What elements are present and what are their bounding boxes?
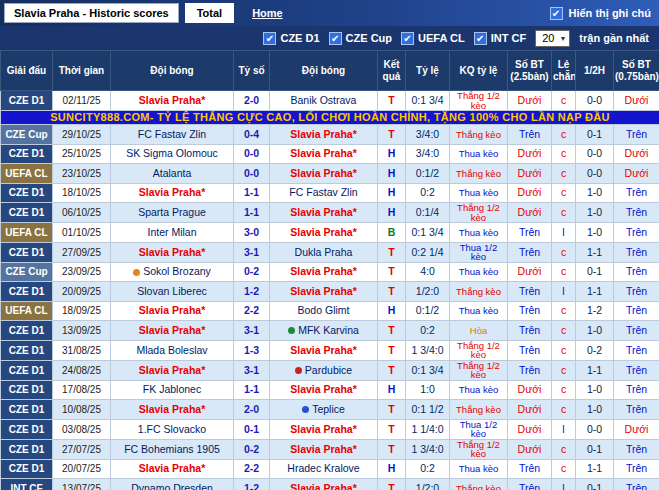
widget-title: Slavia Praha - Historic scores bbox=[4, 3, 179, 23]
home-team[interactable]: Slavia Praha* bbox=[111, 301, 234, 321]
recent-count-value: 20 bbox=[542, 32, 554, 44]
home-team[interactable]: Slavia Praha* bbox=[111, 183, 234, 203]
away-team[interactable]: Banik Ostrava bbox=[270, 91, 378, 111]
home-team[interactable]: FC Fastav Zlin bbox=[111, 125, 234, 145]
home-team[interactable]: Slovan Liberec bbox=[111, 282, 234, 302]
historic-scores-table: Giải đấu Thời gian Đội bóng Tỷ số Đội bó… bbox=[0, 50, 659, 490]
handicap-line: 4:0 bbox=[406, 262, 450, 282]
away-team[interactable]: Slavia Praha* bbox=[270, 340, 378, 360]
odd-even-result: c bbox=[552, 262, 576, 282]
away-team[interactable]: Slavia Praha* bbox=[270, 479, 378, 490]
league-filter-checkbox[interactable]: ✔ bbox=[329, 32, 342, 45]
match-date: 23/09/25 bbox=[53, 262, 111, 282]
halftime-score: 1-0 bbox=[576, 380, 614, 400]
handicap-line: 1 1/4:0 bbox=[406, 419, 450, 439]
team-logo-icon bbox=[295, 367, 302, 374]
halftime-score: 1-1 bbox=[576, 242, 614, 262]
away-team[interactable]: Slavia Praha* bbox=[270, 419, 378, 439]
handicap-result: Thua kèo bbox=[450, 301, 508, 321]
handicap-result: Thua kèo bbox=[450, 459, 508, 479]
promo-banner-link[interactable]: SUNCITY888.COM- TỶ LỆ THẮNG CỰC CAO, LỐI… bbox=[1, 111, 659, 125]
home-team[interactable]: Slavia Praha* bbox=[111, 242, 234, 262]
league-filter-checkbox[interactable]: ✔ bbox=[263, 32, 276, 45]
home-team[interactable]: Slavia Praha* bbox=[111, 321, 234, 341]
home-team[interactable]: Slavia Praha* bbox=[111, 91, 234, 111]
match-score: 0-2 bbox=[234, 439, 270, 459]
home-team[interactable]: Inter Milan bbox=[111, 223, 234, 243]
match-date: 27/09/25 bbox=[53, 242, 111, 262]
match-score: 1-1 bbox=[234, 203, 270, 223]
away-team[interactable]: Slavia Praha* bbox=[270, 282, 378, 302]
away-team[interactable]: Dukla Praha bbox=[270, 242, 378, 262]
odd-even-result: c bbox=[552, 125, 576, 145]
league-filter-checkbox[interactable]: ✔ bbox=[401, 32, 414, 45]
show-notes-checkbox[interactable]: ✔ bbox=[550, 7, 563, 20]
away-team[interactable]: MFK Karvina bbox=[270, 321, 378, 341]
home-team[interactable]: Atalanta bbox=[111, 164, 234, 184]
away-team[interactable]: Slavia Praha* bbox=[270, 144, 378, 164]
away-team[interactable]: Pardubice bbox=[270, 360, 378, 380]
home-team[interactable]: Slavia Praha* bbox=[111, 459, 234, 479]
away-team[interactable]: FC Fastav Zlin bbox=[270, 183, 378, 203]
match-score: 1-2 bbox=[234, 282, 270, 302]
match-row: CZE D106/10/25Sparta Prague1-1Slavia Pra… bbox=[1, 203, 659, 223]
league-badge: UEFA CL bbox=[1, 164, 53, 184]
match-date: 27/07/25 bbox=[53, 439, 111, 459]
ou25-result: Dưới bbox=[508, 380, 552, 400]
team-name: FK Jablonec bbox=[143, 383, 201, 395]
home-team[interactable]: Slavia Praha* bbox=[111, 360, 234, 380]
team-name: Bodo Glimt bbox=[298, 304, 350, 316]
home-team[interactable]: Mlada Boleslav bbox=[111, 340, 234, 360]
ou25-result: Dưới bbox=[508, 144, 552, 164]
away-team[interactable]: Slavia Praha* bbox=[270, 203, 378, 223]
home-team[interactable]: Sparta Prague bbox=[111, 203, 234, 223]
col-header-ou075: Số BT (0.75bàn) bbox=[614, 51, 659, 91]
away-team[interactable]: Slavia Praha* bbox=[270, 125, 378, 145]
odd-even-result: c bbox=[552, 321, 576, 341]
match-row: CZE D127/09/25Slavia Praha*3-1Dukla Prah… bbox=[1, 242, 659, 262]
home-team[interactable]: SK Sigma Olomouc bbox=[111, 144, 234, 164]
league-filter-uefa-cl: ✔UEFA CL bbox=[401, 32, 465, 45]
away-team[interactable]: Slavia Praha* bbox=[270, 164, 378, 184]
away-team[interactable]: Slavia Praha* bbox=[270, 262, 378, 282]
result-letter: T bbox=[378, 340, 406, 360]
league-filter-checkbox[interactable]: ✔ bbox=[474, 32, 487, 45]
odd-even-result: c bbox=[552, 301, 576, 321]
handicap-line: 3/4:0 bbox=[406, 125, 450, 145]
home-team[interactable]: FK Jablonec bbox=[111, 380, 234, 400]
home-team[interactable]: Dynamo Dresden bbox=[111, 479, 234, 490]
match-date: 20/09/25 bbox=[53, 282, 111, 302]
league-filter-int-cf: ✔INT CF bbox=[474, 32, 526, 45]
team-logo-icon bbox=[288, 327, 295, 334]
away-team[interactable]: Slavia Praha* bbox=[270, 439, 378, 459]
home-team[interactable]: Sokol Brozany bbox=[111, 262, 234, 282]
match-score: 1-1 bbox=[234, 183, 270, 203]
away-team[interactable]: Teplice bbox=[270, 400, 378, 420]
recent-count-select[interactable]: 20 ▼ bbox=[535, 30, 570, 47]
halftime-score: 1-2 bbox=[576, 301, 614, 321]
home-team[interactable]: FC Bohemians 1905 bbox=[111, 439, 234, 459]
away-team[interactable]: Slavia Praha* bbox=[270, 380, 378, 400]
ou075-result: Trên bbox=[614, 439, 659, 459]
team-name: Slavia Praha* bbox=[139, 94, 206, 106]
team-name: Slovan Liberec bbox=[137, 285, 206, 297]
tab-home[interactable]: Home bbox=[240, 3, 295, 23]
halftime-score: 1-0 bbox=[576, 400, 614, 420]
league-badge: CZE D1 bbox=[1, 360, 53, 380]
away-team[interactable]: Hradec Kralove bbox=[270, 459, 378, 479]
tab-total[interactable]: Total bbox=[185, 3, 234, 23]
handicap-line: 1 3/4:0 bbox=[406, 439, 450, 459]
ou25-result: Dưới bbox=[508, 400, 552, 420]
league-badge: CZE D1 bbox=[1, 439, 53, 459]
ou25-result: Dưới bbox=[508, 183, 552, 203]
match-row: CZE D125/10/25SK Sigma Olomouc0-0Slavia … bbox=[1, 144, 659, 164]
result-letter: T bbox=[378, 439, 406, 459]
away-team[interactable]: Slavia Praha* bbox=[270, 223, 378, 243]
league-filter-cze-d1: ✔CZE D1 bbox=[263, 32, 319, 45]
handicap-result: Thắng 1/2 kèo bbox=[450, 91, 508, 111]
ou25-result: Trên bbox=[508, 459, 552, 479]
away-team[interactable]: Bodo Glimt bbox=[270, 301, 378, 321]
home-team[interactable]: Slavia Praha* bbox=[111, 400, 234, 420]
league-badge: CZE Cup bbox=[1, 262, 53, 282]
home-team[interactable]: 1.FC Slovacko bbox=[111, 419, 234, 439]
